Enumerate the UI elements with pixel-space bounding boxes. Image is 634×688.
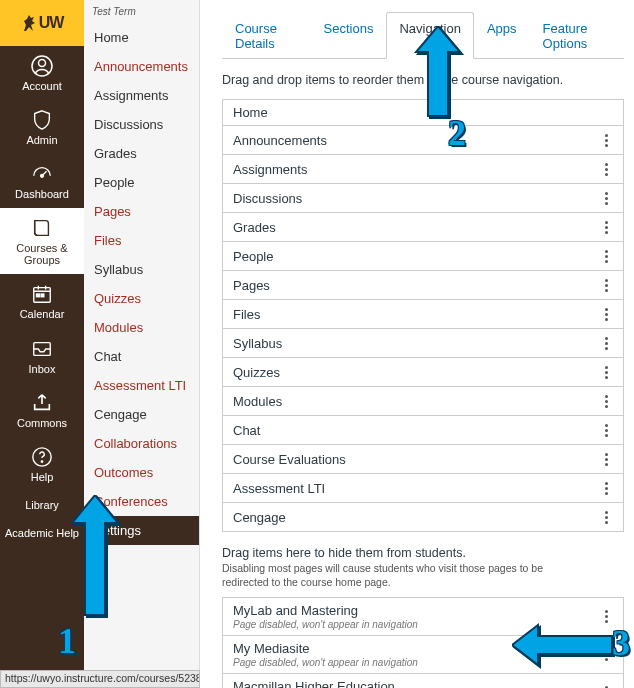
- kebab-icon[interactable]: [599, 363, 613, 381]
- nav-item-row[interactable]: Syllabus: [223, 329, 623, 358]
- nav-item-row[interactable]: Announcements: [223, 126, 623, 155]
- kebab-icon[interactable]: [599, 646, 613, 664]
- global-nav-help[interactable]: Help: [0, 437, 84, 491]
- tab-course-details[interactable]: Course Details: [222, 12, 311, 59]
- hide-instruction: Drag items here to hide them from studen…: [222, 546, 624, 560]
- global-nav-library[interactable]: Library: [0, 491, 84, 519]
- svg-point-2: [41, 175, 44, 178]
- kebab-icon[interactable]: [599, 189, 613, 207]
- global-nav-account[interactable]: Account: [0, 46, 84, 100]
- kebab-icon[interactable]: [599, 608, 613, 626]
- kebab-icon[interactable]: [599, 684, 613, 688]
- book-icon: [30, 216, 54, 240]
- course-term: Test Term: [84, 6, 199, 23]
- global-nav-dashboard[interactable]: Dashboard: [0, 154, 84, 208]
- nav-item-row[interactable]: Modules: [223, 387, 623, 416]
- global-nav: UW AccountAdminDashboardCourses & Groups…: [0, 0, 84, 688]
- nav-item-label: Discussions: [233, 191, 302, 206]
- disabled-nav-list[interactable]: MyLab and MasteringPage disabled, won't …: [222, 597, 624, 688]
- nav-label: Calendar: [20, 308, 65, 320]
- nav-item-row[interactable]: Grades: [223, 213, 623, 242]
- course-nav-pages[interactable]: Pages: [84, 197, 199, 226]
- kebab-icon[interactable]: [599, 247, 613, 265]
- nav-item-row-disabled[interactable]: Macmillan Higher EducationPage disabled,…: [223, 674, 623, 688]
- course-nav-conferences[interactable]: Conferences: [84, 487, 199, 516]
- nav-item-row[interactable]: People: [223, 242, 623, 271]
- kebab-icon[interactable]: [599, 305, 613, 323]
- nav-label: Commons: [17, 417, 67, 429]
- course-nav-collaborations[interactable]: Collaborations: [84, 429, 199, 458]
- enabled-nav-list[interactable]: HomeAnnouncementsAssignmentsDiscussionsG…: [222, 99, 624, 532]
- svg-rect-4: [37, 294, 40, 297]
- nav-item-row[interactable]: Assessment LTI: [223, 474, 623, 503]
- nav-item-row[interactable]: Discussions: [223, 184, 623, 213]
- status-bar-url: https://uwyo.instructure.com/courses/523…: [0, 670, 200, 688]
- course-nav-announcements[interactable]: Announcements: [84, 52, 199, 81]
- course-nav-files[interactable]: Files: [84, 226, 199, 255]
- course-nav-home[interactable]: Home: [84, 23, 199, 52]
- kebab-icon[interactable]: [599, 160, 613, 178]
- nav-item-row[interactable]: Cengage: [223, 503, 623, 531]
- course-nav-discussions[interactable]: Discussions: [84, 110, 199, 139]
- nav-item-row[interactable]: Home: [223, 100, 623, 126]
- nav-item-label: Chat: [233, 423, 260, 438]
- nav-item-label: Grades: [233, 220, 276, 235]
- nav-item-row-disabled[interactable]: MyLab and MasteringPage disabled, won't …: [223, 598, 623, 636]
- nav-label: Help: [31, 471, 54, 483]
- nav-label: Dashboard: [15, 188, 69, 200]
- nav-item-label: My Mediasite: [233, 641, 418, 656]
- nav-item-label: Modules: [233, 394, 282, 409]
- nav-item-label: Assessment LTI: [233, 481, 325, 496]
- global-nav-courses-groups[interactable]: Courses & Groups: [0, 208, 84, 274]
- kebab-icon[interactable]: [599, 479, 613, 497]
- course-nav-cengage[interactable]: Cengage: [84, 400, 199, 429]
- course-nav-modules[interactable]: Modules: [84, 313, 199, 342]
- global-nav-admin[interactable]: Admin: [0, 100, 84, 154]
- kebab-icon[interactable]: [599, 450, 613, 468]
- kebab-icon[interactable]: [599, 334, 613, 352]
- nav-item-row[interactable]: Files: [223, 300, 623, 329]
- nav-item-label: Pages: [233, 278, 270, 293]
- nav-item-label: Macmillan Higher Education: [233, 679, 418, 688]
- course-nav-settings[interactable]: Settings: [84, 516, 199, 545]
- nav-item-label: Cengage: [233, 510, 286, 525]
- course-nav-syllabus[interactable]: Syllabus: [84, 255, 199, 284]
- kebab-icon[interactable]: [599, 392, 613, 410]
- course-nav-assessment-lti[interactable]: Assessment LTI: [84, 371, 199, 400]
- course-nav-people[interactable]: People: [84, 168, 199, 197]
- nav-item-row[interactable]: Chat: [223, 416, 623, 445]
- course-nav-chat[interactable]: Chat: [84, 342, 199, 371]
- help-icon: [30, 445, 54, 469]
- course-nav-outcomes[interactable]: Outcomes: [84, 458, 199, 487]
- kebab-icon[interactable]: [599, 421, 613, 439]
- kebab-icon[interactable]: [599, 276, 613, 294]
- institution-logo[interactable]: UW: [0, 0, 84, 46]
- annotation-number-1: 1: [58, 620, 76, 662]
- nav-item-label: Course Evaluations: [233, 452, 346, 467]
- global-nav-inbox[interactable]: Inbox: [0, 329, 84, 383]
- global-nav-commons[interactable]: Commons: [0, 383, 84, 437]
- nav-item-row[interactable]: Course Evaluations: [223, 445, 623, 474]
- kebab-icon[interactable]: [599, 131, 613, 149]
- settings-tabs: Course DetailsSectionsNavigationAppsFeat…: [222, 12, 624, 59]
- global-nav-calendar[interactable]: Calendar: [0, 274, 84, 328]
- course-nav-assignments[interactable]: Assignments: [84, 81, 199, 110]
- course-nav-grades[interactable]: Grades: [84, 139, 199, 168]
- kebab-icon[interactable]: [599, 218, 613, 236]
- tab-navigation[interactable]: Navigation: [386, 12, 473, 59]
- nav-item-row[interactable]: Assignments: [223, 155, 623, 184]
- tab-sections[interactable]: Sections: [311, 12, 387, 59]
- nav-label: Account: [22, 80, 62, 92]
- course-nav-quizzes[interactable]: Quizzes: [84, 284, 199, 313]
- tab-feature-options[interactable]: Feature Options: [530, 12, 624, 59]
- nav-item-row[interactable]: Quizzes: [223, 358, 623, 387]
- nav-item-row[interactable]: Pages: [223, 271, 623, 300]
- kebab-icon[interactable]: [599, 508, 613, 526]
- svg-point-1: [39, 60, 46, 67]
- tab-apps[interactable]: Apps: [474, 12, 530, 59]
- inbox-icon: [30, 337, 54, 361]
- nav-label: Library: [25, 499, 59, 511]
- global-nav-academic-help[interactable]: Academic Help: [0, 519, 84, 547]
- nav-item-row-disabled[interactable]: My MediasitePage disabled, won't appear …: [223, 636, 623, 674]
- nav-item-label: MyLab and Mastering: [233, 603, 418, 618]
